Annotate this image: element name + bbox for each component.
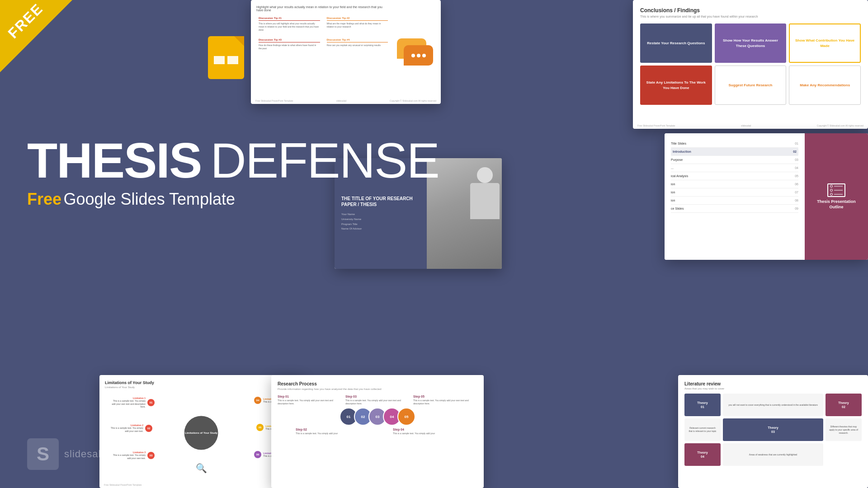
disc-tip1-body: This is where you will highlight what yo…	[259, 22, 320, 32]
main-title-block: THESIS DEFENSE Free Google Slides Templa…	[27, 136, 439, 209]
toc-row-5: ical Analysis 05	[671, 172, 798, 180]
lit-grid: Theory01 you will not want to cover ever…	[684, 394, 862, 466]
lit-theory-01: Theory01	[684, 394, 721, 416]
toc-right-panel: Thesis Presentation Outline	[805, 133, 868, 260]
lim-item-3: Limitation 3 This is a sample text. You …	[109, 451, 155, 460]
disc-tip4-body: How can you explain any unusual or surpr…	[327, 44, 388, 47]
lit-body-3: Different theories that may apply to you…	[826, 418, 862, 441]
disc-tip2-body: What are the major findings and what do …	[327, 22, 388, 28]
lim-center-circle: Limitations of Your Study	[184, 416, 218, 450]
slide-literature-preview: Literature review Areas that you may wis…	[678, 375, 868, 488]
toc-row-4: ... 04	[671, 164, 798, 172]
disc-header: Highlight what your results actually mea…	[256, 5, 390, 12]
res-step-2: Step 02 This is a sample text. You simpl…	[296, 428, 380, 435]
res-circle-5: 05	[397, 408, 415, 426]
disc-icon-area	[395, 5, 435, 99]
toc-right-title: Thesis Presentation Outline	[811, 199, 861, 210]
title-thesis: THESIS	[27, 136, 201, 185]
lit-theory-02: Theory02	[826, 394, 862, 416]
toc-row-8: ion 08	[671, 197, 798, 205]
disc-tip2-title: Discussion Tip #2	[327, 17, 388, 21]
res-subtitle: Provide information regarding how you ha…	[278, 388, 477, 390]
watermark: S slidesalad	[27, 438, 113, 470]
conc-box-2: Show How Your Results Answer These Quest…	[715, 23, 787, 63]
lim-title: Limitations of Your Study	[105, 380, 297, 385]
toc-row-2: Introduction 02	[671, 148, 798, 156]
conc-footer: Free Slidesalad PowerPoint Template slid…	[633, 124, 868, 127]
res-steps-bottom: Step 02 This is a sample text. You simpl…	[278, 428, 477, 435]
disc-tip-4: Discussion Tip #4 How can you explain an…	[325, 36, 391, 52]
toc-row-3: Purpose 03	[671, 156, 798, 164]
toc-row-9: ce Slides 09	[671, 205, 798, 213]
conc-box-3: Show What Contribution You Have Made	[789, 23, 861, 63]
lit-title: Literature review	[684, 381, 862, 386]
lim-item-1: Limitation 1 This is a sample text. You …	[109, 397, 155, 408]
watermark-brand: slidesalad	[64, 448, 113, 460]
toc-row-7: ion 07	[671, 188, 798, 197]
res-step-5: Step 05 This is a sample text. You simpl…	[413, 395, 477, 405]
conc-box-6: Make Any Recommendations	[789, 66, 861, 105]
slide-toc-preview: Title Slides 01 Introduction 02 Purpose …	[665, 133, 868, 260]
lit-theory-04: Theory04	[684, 443, 721, 466]
slide-research-preview: Research Process Provide information reg…	[271, 375, 484, 488]
toc-list: Title Slides 01 Introduction 02 Purpose …	[665, 133, 805, 260]
disc-tip4-title: Discussion Tip #4	[327, 38, 388, 42]
title-slide-sub: Your Name University Name Program Title …	[341, 212, 420, 231]
lim-subtitle: Limitations of Your Study	[105, 386, 297, 389]
slide-discussion-preview: Highlight what your results actually mea…	[251, 0, 441, 104]
subtitle-rest: Google Slides Template	[64, 190, 236, 208]
res-title: Research Process	[278, 381, 477, 386]
conc-title: Conclusions / Findings	[640, 7, 861, 14]
disc-footer: Free Slidesalad PowerPoint Template slid…	[251, 99, 441, 102]
res-step-3: Step 03 This is a sample text. You simpl…	[345, 395, 410, 405]
toc-row-6: ion 06	[671, 180, 798, 188]
disc-tip1-title: Discussion Tip #1	[259, 17, 320, 21]
disc-tip-1: Discussion Tip #1 This is where you will…	[256, 14, 322, 34]
lit-body-4: Areas of weakness that are currently hig…	[723, 443, 823, 466]
title-defense: DEFENSE	[210, 136, 439, 185]
disc-tip3-body: How do these findings relate to what oth…	[259, 44, 320, 50]
lit-subtitle: Areas that you may wish to cover	[684, 387, 862, 390]
lim-diagram: Limitations of Your Study Limitation 1 T…	[105, 392, 297, 474]
lit-body-2: Relevant current research that is releva…	[684, 418, 721, 441]
res-step-1: Step 01 This is a sample text. You simpl…	[278, 395, 342, 405]
disc-tip3-title: Discussion Tip #3	[259, 38, 320, 42]
conc-box-5: Suggest Future Research	[715, 66, 787, 105]
lit-body-1: you will not want to cover everything th…	[723, 394, 823, 416]
res-circles-row: 01 02 03 04 05	[278, 408, 477, 426]
conc-grid: Restate Your Research Questions Show How…	[640, 23, 861, 105]
disc-tip-2: Discussion Tip #2 What are the major fin…	[325, 14, 391, 34]
res-step-4: Step 04 This is a sample text. You simpl…	[393, 428, 477, 435]
lim-item-2: Limitation 2 This is a sample text. You …	[107, 424, 152, 432]
toc-row-1: Title Slides 01	[671, 140, 798, 148]
google-slides-icon	[208, 36, 244, 79]
res-steps-top: Step 01 This is a sample text. You simpl…	[278, 395, 477, 405]
disc-tip-3: Discussion Tip #3 How do these findings …	[256, 36, 322, 52]
conc-box-1: Restate Your Research Questions	[640, 23, 712, 63]
watermark-letter: S	[27, 438, 59, 470]
conc-subtitle: This is where you summarize and tie up a…	[640, 15, 861, 18]
conc-box-4: State Any Limitations To The Work You Ha…	[640, 66, 712, 105]
slide-conclusions-preview: Conclusions / Findings This is where you…	[633, 0, 868, 129]
subtitle-free: Free	[27, 190, 61, 208]
lit-theory-03: Theory03	[723, 418, 823, 441]
